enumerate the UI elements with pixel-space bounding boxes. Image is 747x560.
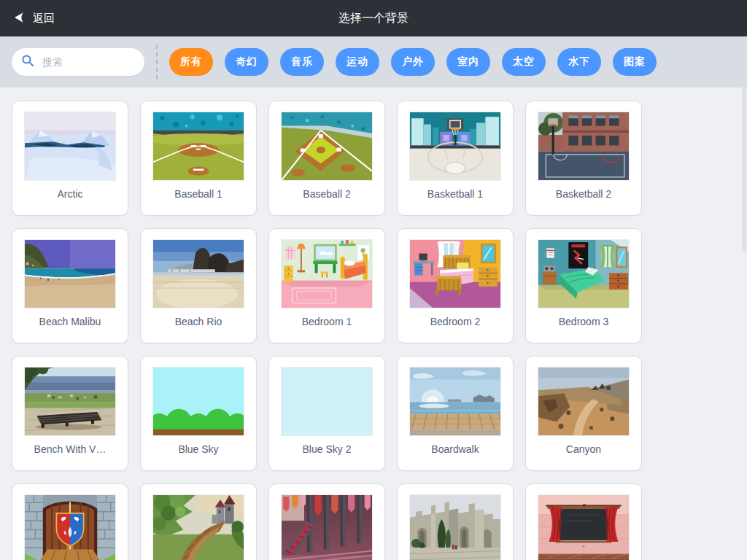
page-title: 选择一个背景 (0, 11, 747, 26)
castle-hall-thumbnail (282, 495, 372, 560)
castle-stone-thumbnail (410, 495, 500, 560)
blue-sky-thumbnail (153, 368, 244, 435)
filter-tag-1[interactable]: 奇幻 (225, 48, 268, 76)
basketball-1-thumbnail (410, 112, 500, 180)
back-button[interactable]: 返回 (12, 0, 55, 36)
basketball-2-thumbnail (538, 112, 629, 180)
search-box[interactable] (12, 48, 144, 76)
backdrop-chooser: 返回 选择一个背景 所有奇幻音乐运动户外室内太空水下图案 Arctic Base… (0, 0, 747, 560)
backdrop-card[interactable]: Bedroom 2 (397, 228, 514, 343)
castle-path-thumbnail (153, 495, 244, 560)
baseball-1-thumbnail (153, 112, 244, 180)
backdrop-card[interactable]: Boardwalk (397, 356, 514, 471)
bedroom-3-thumbnail (538, 240, 629, 308)
backdrop-card[interactable]: Baseball 1 (140, 101, 257, 216)
blue-sky-2-thumbnail (282, 368, 372, 435)
filter-tag-4[interactable]: 户外 (391, 48, 435, 76)
bedroom-2-thumbnail (410, 240, 500, 308)
backdrop-card[interactable]: Bedroom 1 (268, 228, 385, 343)
chalkboard-theater-thumbnail (538, 495, 629, 560)
backdrop-name: Bench With V… (34, 443, 107, 455)
filter-tag-0[interactable]: 所有 (169, 48, 213, 76)
backdrop-name: Beach Malibu (39, 316, 101, 327)
backdrop-name: Arctic (58, 188, 83, 200)
filter-tag-5[interactable]: 室内 (446, 48, 490, 76)
backdrop-name: Beach Rio (175, 316, 222, 327)
baseball-2-thumbnail (282, 112, 372, 180)
backdrop-card[interactable]: Arctic (12, 101, 128, 216)
backdrop-card[interactable]: Beach Malibu (12, 228, 128, 343)
search-input[interactable] (41, 55, 131, 69)
backdrop-card[interactable]: Blue Sky 2 (268, 356, 385, 471)
backdrop-card[interactable] (525, 483, 642, 560)
divider (156, 44, 158, 79)
back-arrow-icon (12, 10, 26, 27)
backdrop-name: Blue Sky (178, 443, 218, 455)
search-icon (21, 54, 34, 70)
back-label: 返回 (33, 12, 55, 26)
backdrop-name: Boardwalk (431, 443, 479, 455)
boardwalk-thumbnail (410, 368, 500, 435)
filter-tags: 所有奇幻音乐运动户外室内太空水下图案 (169, 48, 657, 76)
backdrop-name: Baseball 2 (303, 188, 350, 200)
backdrop-card[interactable]: Canyon (525, 356, 642, 471)
bedroom-1-thumbnail (282, 240, 372, 308)
backdrop-name: Canyon (566, 443, 601, 455)
scrollbar[interactable] (742, 87, 746, 252)
backdrop-card[interactable]: Baseball 2 (268, 101, 385, 216)
header: 返回 选择一个背景 (0, 0, 747, 36)
backdrop-card[interactable]: Bedroom 3 (525, 228, 642, 343)
backdrop-card[interactable] (12, 483, 128, 560)
backdrop-card[interactable] (268, 483, 385, 560)
backdrop-card[interactable] (140, 483, 257, 560)
backdrop-name: Bedroom 1 (302, 316, 352, 327)
backdrop-name: Blue Sky 2 (303, 443, 352, 455)
filter-tag-3[interactable]: 运动 (336, 48, 379, 76)
backdrop-card[interactable]: Basketball 2 (525, 101, 642, 216)
filter-tag-7[interactable]: 水下 (557, 48, 601, 76)
backdrop-card[interactable] (397, 483, 514, 560)
backdrop-name: Basketball 1 (427, 188, 483, 200)
arctic-thumbnail (25, 112, 115, 180)
filter-tag-6[interactable]: 太空 (502, 48, 546, 76)
castle-doors-thumbnail (25, 495, 115, 560)
bench-with-view-thumbnail (25, 368, 115, 435)
backdrop-name: Bedroom 2 (430, 316, 480, 327)
backdrop-card[interactable]: Basketball 1 (397, 101, 514, 216)
backdrop-name: Basketball 2 (556, 188, 611, 200)
filter-bar: 所有奇幻音乐运动户外室内太空水下图案 (0, 36, 747, 88)
filter-tag-8[interactable]: 图案 (613, 48, 657, 76)
backdrop-name: Baseball 1 (174, 188, 222, 200)
beach-rio-thumbnail (153, 240, 244, 308)
backdrop-grid: Arctic Baseball 1 Baseball 2 Basketball … (0, 88, 747, 560)
backdrop-card[interactable]: Blue Sky (140, 356, 257, 471)
backdrop-name: Bedroom 3 (559, 316, 608, 327)
backdrop-card[interactable]: Bench With V… (12, 356, 128, 471)
filter-tag-2[interactable]: 音乐 (280, 48, 324, 76)
canyon-thumbnail (538, 368, 629, 435)
backdrop-card[interactable]: Beach Rio (140, 228, 257, 343)
beach-malibu-thumbnail (25, 240, 115, 308)
